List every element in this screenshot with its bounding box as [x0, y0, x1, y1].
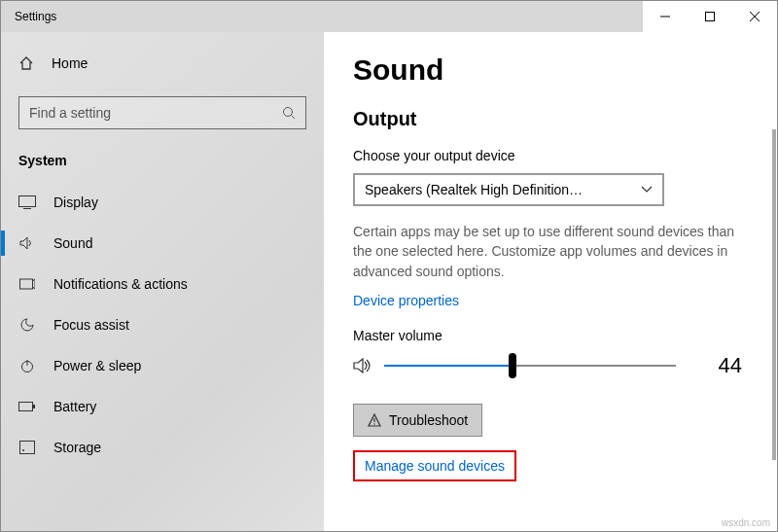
titlebar: Settings — [1, 1, 777, 32]
maximize-icon — [705, 12, 715, 21]
sidebar: Home Find a setting System Display So — [1, 32, 324, 531]
section-output-title: Output — [353, 108, 748, 130]
svg-rect-11 — [19, 403, 33, 411]
troubleshoot-button[interactable]: Troubleshoot — [353, 404, 482, 437]
body: Home Find a setting System Display So — [1, 32, 777, 531]
content: Sound Output Choose your output device S… — [324, 32, 777, 531]
storage-icon — [18, 441, 36, 454]
sidebar-item-notifications[interactable]: Notifications & actions — [1, 264, 324, 304]
svg-rect-13 — [20, 442, 35, 454]
sidebar-item-battery[interactable]: Battery — [1, 386, 324, 427]
home-label: Home — [52, 55, 88, 71]
slider-track-fill — [384, 365, 513, 367]
svg-point-4 — [284, 108, 293, 117]
dropdown-value: Speakers (Realtek High Definition… — [365, 182, 583, 197]
device-properties-link[interactable]: Device properties — [353, 293, 459, 308]
sidebar-item-storage[interactable]: Storage — [1, 427, 324, 468]
volume-slider[interactable] — [384, 356, 676, 375]
manage-sound-highlight: Manage sound devices — [353, 450, 516, 481]
close-button[interactable] — [732, 1, 777, 32]
sidebar-item-label: Power & sleep — [53, 358, 141, 373]
watermark: wsxdn.com — [722, 517, 770, 528]
sidebar-item-sound[interactable]: Sound — [1, 223, 324, 264]
sidebar-item-display[interactable]: Display — [1, 182, 324, 223]
display-icon — [18, 195, 36, 209]
sidebar-item-label: Notifications & actions — [53, 276, 188, 292]
page-title: Sound — [353, 53, 748, 87]
sound-icon — [18, 236, 36, 250]
home-icon — [18, 55, 34, 71]
master-volume-label: Master volume — [353, 328, 748, 343]
svg-point-14 — [22, 449, 24, 451]
search-input[interactable]: Find a setting — [18, 96, 306, 129]
sidebar-item-label: Sound — [53, 235, 92, 251]
home-link[interactable]: Home — [1, 44, 324, 83]
output-help-text: Certain apps may be set up to use differ… — [353, 222, 748, 281]
notifications-icon — [18, 277, 36, 291]
search-placeholder: Find a setting — [29, 105, 111, 121]
output-device-dropdown[interactable]: Speakers (Realtek High Definition… — [353, 173, 664, 206]
sidebar-item-label: Focus assist — [53, 317, 129, 333]
maximize-button[interactable] — [688, 1, 732, 32]
minimize-button[interactable] — [643, 1, 688, 32]
chevron-down-icon — [641, 186, 653, 194]
warning-icon — [368, 413, 381, 427]
sidebar-item-power[interactable]: Power & sleep — [1, 345, 324, 386]
slider-track-empty — [513, 365, 676, 367]
sidebar-item-label: Display — [53, 195, 98, 210]
svg-rect-12 — [33, 405, 35, 408]
window-controls — [643, 1, 777, 32]
volume-row: 44 — [353, 353, 748, 378]
speaker-icon[interactable] — [353, 357, 372, 374]
svg-rect-6 — [19, 196, 36, 207]
category-header: System — [1, 147, 324, 182]
battery-icon — [18, 401, 36, 412]
svg-line-5 — [292, 116, 296, 120]
svg-rect-8 — [20, 279, 33, 289]
search-icon — [282, 106, 296, 120]
window-title: Settings — [15, 10, 56, 23]
manage-sound-devices-link[interactable]: Manage sound devices — [365, 458, 505, 474]
sidebar-item-label: Storage — [53, 440, 101, 455]
sidebar-item-focus-assist[interactable]: Focus assist — [1, 304, 324, 345]
choose-device-label: Choose your output device — [353, 148, 748, 163]
focus-assist-icon — [18, 317, 36, 333]
scrollbar[interactable] — [772, 129, 776, 460]
minimize-icon — [660, 12, 670, 21]
sidebar-item-label: Battery — [53, 399, 96, 414]
slider-thumb[interactable] — [509, 353, 516, 378]
power-icon — [18, 358, 36, 373]
close-icon — [750, 12, 760, 21]
svg-point-16 — [373, 423, 374, 424]
svg-rect-1 — [706, 13, 715, 21]
volume-value: 44 — [719, 353, 748, 378]
settings-window: Settings Home Find a setting — [0, 0, 778, 532]
troubleshoot-label: Troubleshoot — [389, 412, 468, 428]
